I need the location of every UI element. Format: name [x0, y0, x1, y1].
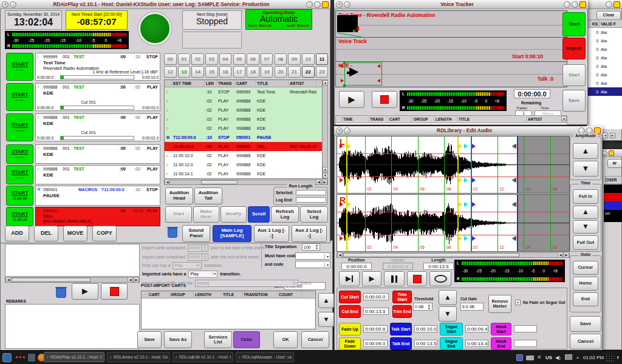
modify-button[interactable]: Modify [220, 206, 247, 223]
move-down-button[interactable]: ▼ [318, 312, 334, 327]
marker-icon[interactable] [341, 64, 344, 68]
fragment-row[interactable]: 0Alw [587, 87, 622, 96]
scroll-right-icon[interactable]: ► [610, 133, 615, 138]
full-out-button[interactable]: Full Out [573, 235, 598, 250]
hour-button-15[interactable]: 15 [205, 66, 218, 78]
hour-button-07[interactable]: 07 [261, 53, 273, 65]
talk-end-button[interactable]: Talk End [390, 337, 412, 350]
cart-row-red[interactable] [604, 193, 622, 201]
fragment-row[interactable]: 0Alw [587, 28, 622, 36]
close-icon[interactable]: ✕ [336, 1, 343, 8]
scroll-up-icon[interactable]: ▲ [561, 116, 567, 121]
audition-head-button[interactable]: Audition Head [165, 187, 193, 204]
post-import-table[interactable]: CARTGROUPLENGTHTITLETRANSITIONCOUNT [141, 291, 316, 329]
log-row[interactable]: ♪11:00:12.0:02PLAY999888KDE [165, 160, 327, 169]
keep-above-icon[interactable] [322, 1, 329, 8]
setting-field[interactable]: [none]▾ [195, 280, 298, 287]
cut-start-button[interactable]: Cut Start [339, 291, 361, 303]
hour-button-17[interactable]: 17 [233, 66, 246, 78]
hour-button-03[interactable]: 03 [205, 53, 218, 65]
waveform-hscrollbar[interactable]: ◀ ◀ ▶ [337, 252, 570, 258]
hour-button-12[interactable]: 12 [164, 66, 177, 78]
post-import-header-cell[interactable]: CART [148, 291, 169, 298]
fragment-row[interactable]: 0Alw [587, 36, 622, 45]
dialog-ok-button[interactable]: OK [273, 331, 298, 348]
hour-button-22[interactable]: 22 [302, 66, 315, 78]
post-import-header-cell[interactable]: TITLE [222, 291, 242, 298]
spinner-icons[interactable]: ▲▼ [202, 254, 207, 260]
post-import-header-cell[interactable] [142, 291, 148, 298]
hour-button-05[interactable]: 05 [233, 53, 246, 65]
segue-start-button[interactable]: Segue Start [440, 323, 463, 335]
log-row[interactable]: ♪11:00:10.0:02PLAY999888KDE [165, 151, 327, 160]
scroll-right-icon[interactable]: ▶ [564, 252, 569, 258]
vt-header-cell[interactable]: TIME [342, 115, 369, 123]
hour-button-16[interactable]: 16 [219, 66, 232, 78]
post-import-header-cell[interactable]: LENGTH [194, 291, 222, 298]
dialog-save-button[interactable]: Save [137, 331, 162, 348]
del-button[interactable]: DEL [34, 226, 58, 241]
marker-flag-icon[interactable] [459, 178, 462, 183]
trash-icon[interactable] [56, 288, 66, 298]
log-row[interactable]: ♪11:00:14.1:02PLAY999888KDE [165, 169, 327, 178]
hour-button-14[interactable]: 14 [191, 66, 204, 78]
clip-waveform[interactable]: ▶ [349, 65, 358, 77]
minimize-icon[interactable]: ⌄ [344, 127, 350, 134]
goto-cursor-button[interactable]: Cursor [573, 261, 598, 275]
log-vscrollbar[interactable]: ▲ ▲ ▼ [322, 79, 328, 179]
marker-flag-icon[interactable] [340, 178, 343, 183]
cart-row-text[interactable]: ser [605, 211, 610, 215]
goto-end-button[interactable]: End [573, 292, 598, 306]
stop-button[interactable] [407, 271, 427, 286]
hook-end-field[interactable] [514, 340, 537, 347]
scroll-right-icon[interactable]: ▶ [134, 277, 139, 283]
log-header-cell[interactable]: ARTIST [289, 80, 316, 87]
cart-info-panel[interactable]: ♪999888001TEST:00:02PLAYKDECut 0010:00:0… [35, 83, 160, 111]
cart-info-panel[interactable]: ⊛050001MACROST11:00:00.0:10STOPPAUSE [35, 186, 160, 206]
vt-play-button[interactable]: ▶ [339, 91, 364, 108]
zoom-in-button[interactable]: ▲ [573, 206, 598, 219]
keep-above-icon[interactable] [579, 1, 586, 8]
cut-end-button[interactable]: Cut End [339, 305, 361, 318]
move-button[interactable]: MOVE [63, 226, 87, 241]
cart-row-blue[interactable] [604, 201, 622, 210]
spinner-icons[interactable]: ▲▼ [202, 245, 207, 251]
fragment-titlebar[interactable] [587, 0, 622, 9]
fragment-row[interactable]: 0Alw [587, 79, 622, 87]
taskbar-item-4[interactable]: ♪RDLogManager - User: user [236, 352, 294, 362]
keep-above-icon[interactable] [594, 127, 601, 134]
scroll-up-icon[interactable]: ▲ [323, 167, 328, 172]
marker-flag-icon[interactable] [464, 202, 468, 207]
hour-button-00[interactable]: 00 [164, 53, 177, 65]
taskbar-item-1[interactable]: ♪RDAirPlay v2.10.1 - Host: Da [44, 352, 104, 362]
start-menu-icon[interactable] [2, 353, 12, 362]
scroll-up-icon[interactable]: ▲ [323, 80, 328, 86]
ea-save-button[interactable]: Save [570, 316, 601, 332]
marker-flag-icon[interactable] [347, 236, 351, 241]
play-button[interactable]: ▶ [362, 271, 381, 286]
talk-start-button[interactable]: Talk Start [390, 323, 412, 335]
shade-icon[interactable] [572, 1, 578, 8]
log-row[interactable]: ♪:02PLAY999888KDE [165, 106, 327, 115]
vt-log-body[interactable] [335, 123, 567, 125]
scroll-thumb[interactable] [343, 253, 519, 257]
hour-button-02[interactable]: 02 [191, 53, 204, 65]
cart-info-panel[interactable]: ♪999999001TEST:00:10STOPTest ToneRivende… [35, 53, 160, 81]
trim-end-button[interactable]: Trim End [392, 305, 412, 318]
cart-start-button[interactable]: START11:00:00 [6, 186, 33, 206]
volume-icon[interactable]: ◀) [555, 355, 561, 360]
log-row[interactable]: ♪:02PLAY999888KDE [165, 96, 327, 106]
cut-end-field[interactable]: 0:00:13.5 [363, 308, 389, 315]
marker-flag-icon[interactable] [472, 236, 476, 241]
cart-info-panel[interactable]: ♪999888001TEST:00:02PLAYKDE [35, 165, 160, 184]
vt-header-cell[interactable]: ARTIST [527, 115, 563, 123]
scroll-left-icon[interactable]: ◀ [337, 252, 343, 258]
cart-info-panel[interactable]: ♪999888001TEST:00:02PLAYKDECut 0010:00:0… [35, 113, 160, 141]
marker-icon[interactable] [341, 79, 344, 83]
log-row[interactable]: ♪:02PLAY999888KDE [165, 115, 327, 124]
event-list-hscrollbar[interactable]: ◀ ◀ ▶ [5, 277, 140, 283]
waveform-left-channel[interactable]: :02:04:06:08:10:12:14:16L [337, 136, 570, 194]
scroll-button[interactable]: Scroll [248, 206, 270, 223]
marker-flag-icon[interactable] [513, 144, 516, 149]
cart-start-button[interactable]: START-:--:-- [6, 144, 33, 164]
